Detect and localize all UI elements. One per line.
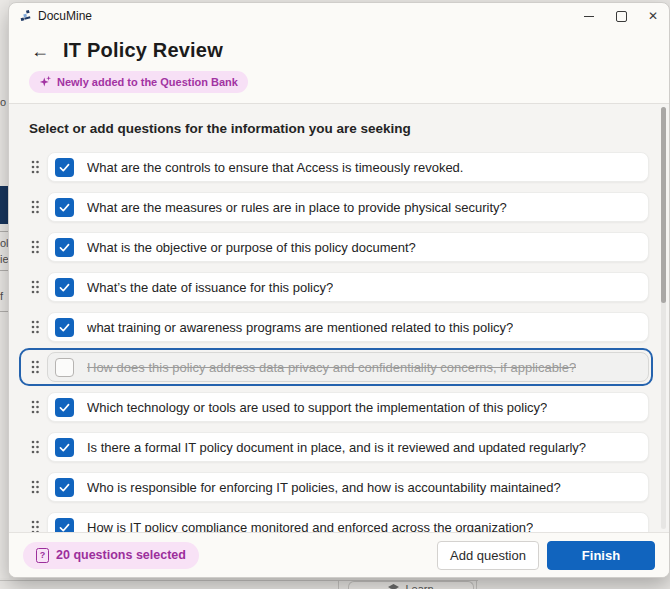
question-card[interactable]: What is the objective or purpose of this… — [47, 232, 649, 262]
section-heading: Select or add questions for the informat… — [29, 121, 669, 136]
question-text: what training or awareness programs are … — [87, 320, 513, 335]
documine-window: DocuMine ✕ ← IT Policy Review N — [8, 2, 670, 578]
scrollbar[interactable] — [661, 107, 666, 529]
maximize-button[interactable] — [605, 3, 637, 29]
background-learn-tab: Learn — [348, 581, 474, 589]
question-panel: Select or add questions for the informat… — [9, 103, 669, 532]
app-logo-icon — [19, 9, 31, 24]
question-row: What is the objective or purpose of this… — [19, 228, 653, 266]
question-row: What’s the date of issuance for this pol… — [19, 268, 653, 306]
finish-button[interactable]: Finish — [547, 541, 655, 570]
drag-handle-icon[interactable] — [23, 239, 47, 255]
question-card[interactable]: Who is responsible for enforcing IT poli… — [47, 472, 649, 502]
sparkles-icon — [39, 75, 52, 90]
selected-count-badge: ? 20 questions selected — [23, 542, 199, 569]
drag-handle-icon[interactable] — [23, 159, 47, 175]
drag-handle-icon[interactable] — [23, 359, 47, 375]
question-text: What’s the date of issuance for this pol… — [87, 280, 333, 295]
learn-icon — [388, 583, 399, 589]
question-card[interactable]: How does this policy address data privac… — [47, 352, 649, 382]
page-title: IT Policy Review — [63, 39, 223, 62]
drag-handle-icon[interactable] — [23, 439, 47, 455]
drag-handle-icon[interactable] — [23, 279, 47, 295]
scrollbar-thumb[interactable] — [661, 107, 666, 303]
drag-handle-icon[interactable] — [23, 479, 47, 495]
question-checkbox[interactable] — [55, 358, 74, 377]
question-card[interactable]: What’s the date of issuance for this pol… — [47, 272, 649, 302]
background-text-fragment: f — [0, 291, 3, 302]
question-card[interactable]: Is there a formal IT policy document in … — [47, 432, 649, 462]
question-text: What are the controls to ensure that Acc… — [87, 160, 463, 175]
question-list: What are the controls to ensure that Acc… — [9, 148, 669, 546]
close-button[interactable]: ✕ — [637, 3, 669, 29]
question-row: Which technology or tools are used to su… — [19, 388, 653, 426]
drag-handle-icon[interactable] — [23, 399, 47, 415]
question-checkbox[interactable] — [55, 478, 74, 497]
question-document-icon: ? — [36, 548, 49, 563]
question-card[interactable]: what training or awareness programs are … — [47, 312, 649, 342]
page-header: ← IT Policy Review Newly added to the Qu… — [9, 29, 669, 93]
question-row: What are the measures or rules are in pl… — [19, 188, 653, 226]
question-text: How does this policy address data privac… — [87, 360, 576, 375]
learn-label: Learn — [405, 583, 433, 589]
screen: o ol ie f Learn — [0, 0, 670, 589]
question-text: What is the objective or purpose of this… — [87, 240, 416, 255]
question-text: Which technology or tools are used to su… — [87, 400, 547, 415]
question-row: Is there a formal IT policy document in … — [19, 428, 653, 466]
question-text: Who is responsible for enforcing IT poli… — [87, 480, 561, 495]
question-card[interactable]: Which technology or tools are used to su… — [47, 392, 649, 422]
footer-bar: ? 20 questions selected Add question Fin… — [9, 532, 669, 577]
question-checkbox[interactable] — [55, 438, 74, 457]
question-text: Is there a formal IT policy document in … — [87, 440, 586, 455]
question-checkbox[interactable] — [55, 398, 74, 417]
title-bar: DocuMine ✕ — [9, 3, 669, 29]
app-title: DocuMine — [38, 9, 92, 23]
drag-handle-icon[interactable] — [23, 199, 47, 215]
question-checkbox[interactable] — [55, 158, 74, 177]
question-row: Who is responsible for enforcing IT poli… — [19, 468, 653, 506]
question-text: What are the measures or rules are in pl… — [87, 200, 507, 215]
back-button[interactable]: ← — [31, 42, 49, 60]
question-checkbox[interactable] — [55, 198, 74, 217]
question-checkbox[interactable] — [55, 318, 74, 337]
background-text-fragment: o — [0, 97, 6, 108]
selected-count-label: 20 questions selected — [56, 548, 186, 562]
question-checkbox[interactable] — [55, 238, 74, 257]
question-checkbox[interactable] — [55, 278, 74, 297]
question-card[interactable]: What are the measures or rules are in pl… — [47, 192, 649, 222]
background-window-bottom-edge: Learn — [0, 578, 670, 589]
add-question-button[interactable]: Add question — [437, 541, 539, 570]
new-badge-label: Newly added to the Question Bank — [57, 76, 238, 88]
question-row: what training or awareness programs are … — [19, 308, 653, 346]
question-row: How does this policy address data privac… — [19, 348, 653, 386]
question-card[interactable]: What are the controls to ensure that Acc… — [47, 152, 649, 182]
drag-handle-icon[interactable] — [23, 319, 47, 335]
minimize-button[interactable] — [573, 3, 605, 29]
question-row: What are the controls to ensure that Acc… — [19, 148, 653, 186]
new-badge: Newly added to the Question Bank — [29, 71, 248, 93]
